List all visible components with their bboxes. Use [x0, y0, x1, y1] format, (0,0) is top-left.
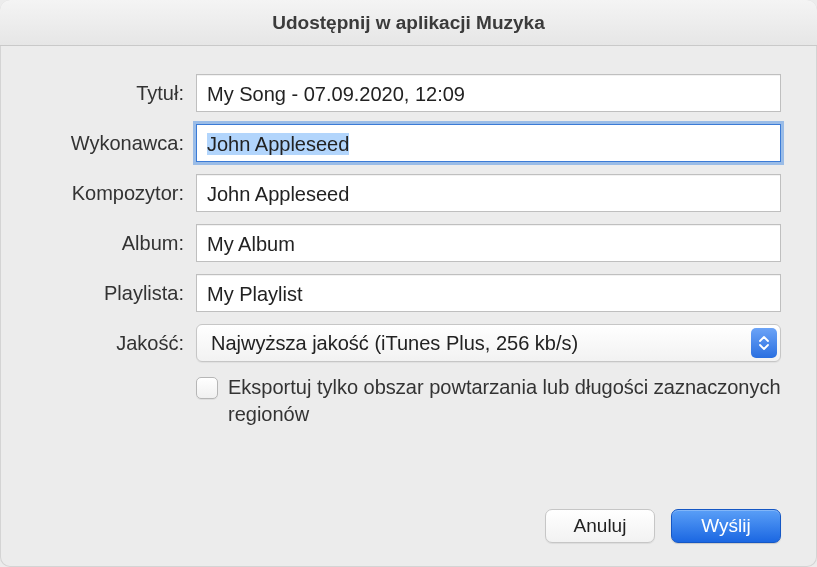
row-artist: Wykonawca: John Appleseed	[36, 124, 781, 162]
quality-value: Najwyższa jakość (iTunes Plus, 256 kb/s)	[211, 332, 578, 355]
row-composer: Kompozytor: John Appleseed	[36, 174, 781, 212]
playlist-value: My Playlist	[207, 283, 303, 305]
label-composer: Kompozytor:	[36, 182, 196, 205]
row-album: Album: My Album	[36, 224, 781, 262]
label-playlist: Playlista:	[36, 282, 196, 305]
button-row: Anuluj Wyślij	[0, 509, 817, 567]
dialog-content: Tytuł: My Song - 07.09.2020, 12:09 Wykon…	[0, 46, 817, 509]
composer-value: John Appleseed	[207, 183, 349, 205]
dialog-title: Udostępnij w aplikacji Muzyka	[272, 12, 544, 34]
composer-input[interactable]: John Appleseed	[196, 174, 781, 212]
checkbox-container: Eksportuj tylko obszar powtarzania lub d…	[196, 374, 781, 428]
title-value: My Song - 07.09.2020, 12:09	[207, 83, 465, 105]
row-title: Tytuł: My Song - 07.09.2020, 12:09	[36, 74, 781, 112]
send-button[interactable]: Wyślij	[671, 509, 781, 543]
album-value: My Album	[207, 233, 295, 255]
artist-value: John Appleseed	[207, 133, 349, 155]
titlebar: Udostępnij w aplikacji Muzyka	[0, 0, 817, 46]
label-album: Album:	[36, 232, 196, 255]
playlist-input[interactable]: My Playlist	[196, 274, 781, 312]
row-export-region: Eksportuj tylko obszar powtarzania lub d…	[36, 374, 781, 428]
quality-select[interactable]: Najwyższa jakość (iTunes Plus, 256 kb/s)	[196, 324, 781, 362]
label-artist: Wykonawca:	[36, 132, 196, 155]
send-button-label: Wyślij	[701, 515, 750, 537]
share-to-music-dialog: Udostępnij w aplikacji Muzyka Tytuł: My …	[0, 0, 817, 567]
artist-input[interactable]: John Appleseed	[196, 124, 781, 162]
title-input[interactable]: My Song - 07.09.2020, 12:09	[196, 74, 781, 112]
row-playlist: Playlista: My Playlist	[36, 274, 781, 312]
row-quality: Jakość: Najwyższa jakość (iTunes Plus, 2…	[36, 324, 781, 362]
export-region-checkbox[interactable]	[196, 377, 218, 399]
label-title: Tytuł:	[36, 82, 196, 105]
album-input[interactable]: My Album	[196, 224, 781, 262]
select-arrows-icon	[751, 328, 777, 358]
label-quality: Jakość:	[36, 332, 196, 355]
cancel-button[interactable]: Anuluj	[545, 509, 655, 543]
quality-select-wrap: Najwyższa jakość (iTunes Plus, 256 kb/s)	[196, 324, 781, 362]
cancel-button-label: Anuluj	[574, 515, 627, 537]
export-region-label: Eksportuj tylko obszar powtarzania lub d…	[228, 374, 781, 428]
